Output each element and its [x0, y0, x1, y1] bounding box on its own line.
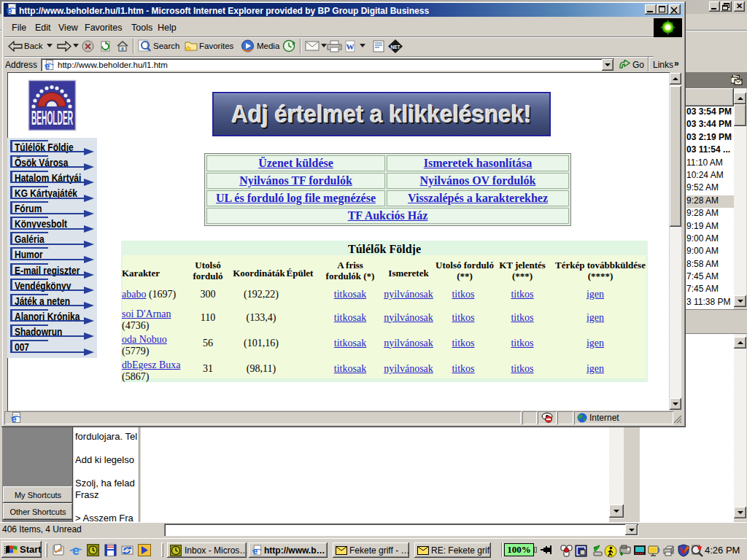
svg-text:e: e — [252, 546, 258, 556]
svg-text:e: e — [12, 413, 17, 424]
svg-text:e: e — [44, 61, 50, 71]
svg-text:NET: NET — [391, 44, 400, 50]
svg-text:BEHOLDER: BEHOLDER — [31, 107, 73, 130]
svg-text:e: e — [7, 5, 12, 16]
svg-text:W: W — [347, 42, 355, 51]
svg-text:e: e — [72, 544, 80, 557]
